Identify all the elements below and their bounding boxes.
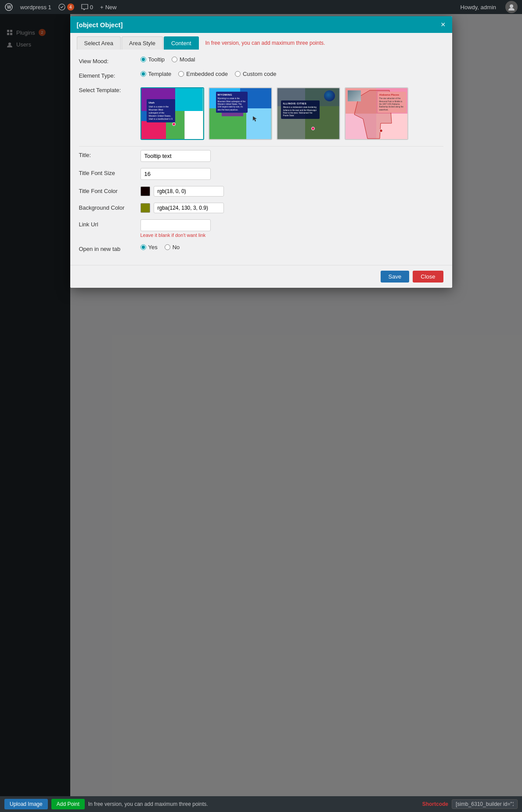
template-4-marker — [379, 129, 383, 132]
element-type-controls: Template Embedded code Custom code — [140, 71, 443, 77]
background-color-row: Background Color — [79, 203, 443, 213]
svg-point-3 — [510, 4, 513, 8]
link-url-control: Leave it blank if don't want link — [140, 219, 443, 238]
background-color-label: Background Color — [79, 203, 140, 211]
tab-notice: In free version, you can add maximum thr… — [205, 40, 325, 46]
save-button[interactable]: Save — [381, 271, 410, 283]
open-new-tab-no[interactable]: No — [165, 244, 180, 250]
select-template-label: Select Template: — [79, 85, 140, 93]
template-4-image — [348, 90, 361, 101]
svg-point-2 — [59, 4, 65, 10]
title-control — [140, 150, 443, 162]
upload-image-button[interactable]: Upload Image — [4, 799, 48, 809]
link-url-input[interactable] — [140, 219, 211, 231]
template-card-3[interactable]: ILLINOIS CITIES Illinois is a midwestern… — [277, 87, 340, 140]
view-mood-row: View Mood: Tooltip Modal — [79, 56, 443, 64]
template-3-marker — [311, 127, 315, 130]
link-url-label: Link Url — [79, 219, 140, 228]
shortcode-input[interactable] — [452, 799, 518, 809]
tab-select-area[interactable]: Select Area — [77, 36, 121, 50]
view-mood-controls: Tooltip Modal — [140, 56, 443, 63]
select-template-row: Select Template: — [79, 85, 443, 140]
title-font-size-input[interactable] — [140, 168, 211, 180]
howdy-text: Howdy, admin — [461, 4, 496, 11]
update-badge: 4 — [67, 4, 74, 11]
template-grid: Utah Utah is a state in the Mountain Wes… — [140, 87, 443, 140]
element-type-label: Element Type: — [79, 71, 140, 79]
view-mood-modal[interactable]: Modal — [172, 56, 195, 63]
link-hint: Leave it blank if don't want link — [140, 233, 443, 238]
background-color-swatch[interactable] — [140, 203, 150, 213]
comments-item[interactable]: 0 — [81, 4, 93, 11]
new-item[interactable]: + New — [100, 4, 117, 11]
title-font-size-control — [140, 168, 443, 180]
close-button[interactable]: Close — [413, 271, 443, 283]
bottom-toolbar: Upload Image Add Point In free version, … — [0, 796, 522, 812]
add-point-button[interactable]: Add Point — [51, 799, 85, 809]
title-input[interactable] — [140, 150, 211, 162]
title-font-color-input[interactable] — [154, 186, 224, 197]
shortcode-label: Shortcode — [422, 801, 448, 807]
modal-title: [object Object] — [77, 21, 123, 29]
svg-text:W: W — [7, 5, 11, 10]
template-grid-area: Utah Utah is a state in the Mountain Wes… — [140, 85, 443, 140]
title-font-size-row: Title Font Size — [79, 168, 443, 180]
element-type-row: Element Type: Template Embedded code — [79, 71, 443, 79]
avatar[interactable] — [505, 1, 518, 13]
background-color-control — [140, 203, 443, 213]
view-mood-label: View Mood: — [79, 56, 140, 64]
toolbar-notice: In free version, you can add maximum thr… — [88, 801, 208, 807]
template-1-marker — [172, 122, 176, 126]
title-font-size-label: Title Font Size — [79, 168, 140, 176]
background-color-input[interactable] — [154, 203, 224, 213]
open-new-tab-controls: Yes No — [140, 244, 443, 250]
admin-bar: W wordpress 1 4 0 + New Howdy, admin — [0, 0, 522, 14]
updates-item[interactable]: 4 — [58, 4, 74, 11]
open-new-tab-yes[interactable]: Yes — [140, 244, 158, 250]
title-font-color-label: Title Font Color — [79, 186, 140, 194]
modal-close-button[interactable]: × — [441, 21, 446, 29]
template-card-2[interactable]: WYOMING Wyoming is a state in the Mounta… — [209, 87, 272, 140]
template-card-4[interactable]: Alabama Places The star attraction of th… — [345, 87, 408, 140]
site-name[interactable]: wordpress 1 — [20, 4, 51, 11]
title-font-color-control — [140, 186, 443, 197]
template-card-1[interactable]: Utah Utah is a state in the Mountain Wes… — [140, 87, 204, 140]
title-row: Title: — [79, 150, 443, 162]
modal-footer: Save Close — [70, 265, 452, 288]
template-4-tooltip: Alabama Places The star attraction of th… — [378, 92, 406, 113]
element-type-template[interactable]: Template — [140, 71, 172, 77]
title-label: Title: — [79, 150, 140, 158]
link-url-row: Link Url Leave it blank if don't want li… — [79, 219, 443, 238]
modal-overlay: [object Object] × Select Area Area Style… — [0, 14, 522, 812]
title-font-color-swatch[interactable] — [140, 186, 150, 196]
tab-area-style[interactable]: Area Style — [122, 36, 163, 50]
view-mood-tooltip[interactable]: Tooltip — [140, 56, 165, 63]
template-3-tooltip: ILLINOIS CITIES Illinois is a midwestern… — [281, 100, 320, 119]
element-type-custom[interactable]: Custom code — [235, 71, 277, 77]
element-type-embedded[interactable]: Embedded code — [178, 71, 228, 77]
open-new-tab-label: Open in new tab — [79, 244, 140, 252]
marker-settings-modal: [object Object] × Select Area Area Style… — [70, 16, 452, 288]
modal-body: View Mood: Tooltip Modal — [70, 50, 452, 265]
template-2-tooltip: WYOMING Wyoming is a state in the Mounta… — [216, 92, 248, 113]
title-font-color-row: Title Font Color — [79, 186, 443, 197]
template-2-cursor — [253, 116, 258, 124]
tab-content[interactable]: Content — [164, 36, 199, 50]
modal-header: [object Object] × — [70, 16, 452, 33]
wp-logo[interactable]: W — [4, 3, 13, 11]
open-new-tab-row: Open in new tab Yes No — [79, 244, 443, 252]
template-1-tooltip: Utah Utah is a state in the Mountain Wes… — [147, 99, 175, 122]
